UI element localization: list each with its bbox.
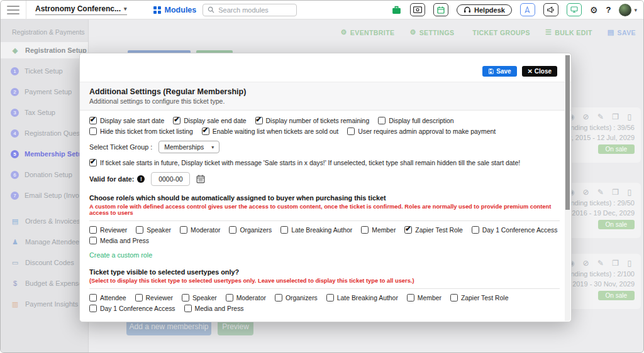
modal-scrollbar-thumb[interactable] xyxy=(565,55,570,210)
account-menu[interactable]: ▾ xyxy=(619,4,637,16)
sidebar-item[interactable]: 4 Registration Questi xyxy=(1,125,88,141)
usertype-checkbox-option[interactable]: Late Breaking Author xyxy=(326,294,398,301)
helpdesk-button[interactable]: Helpdesk xyxy=(457,4,512,16)
usertype-checkbox-option[interactable]: Speaker xyxy=(182,294,217,301)
checkbox-option[interactable]: Hide this ticket from ticket listing xyxy=(89,128,193,135)
sidebar-item-icon: ♟ xyxy=(11,238,19,246)
checkbox xyxy=(202,128,209,135)
checkbox-option[interactable]: Enable waiting list when tickets are sol… xyxy=(202,128,338,135)
gear-icon[interactable]: ⚙ xyxy=(590,5,598,15)
checkbox xyxy=(404,226,412,234)
usertype-checkbox-option[interactable]: Zapier Test Role xyxy=(450,294,508,301)
send-icon[interactable] xyxy=(520,3,535,16)
step-number-badge: 4 xyxy=(11,129,19,138)
usertype-checkbox-option[interactable]: Member xyxy=(407,294,441,301)
checkbox-label: Late Breaking Author xyxy=(337,295,398,301)
toolbar-button[interactable]: ⚙ EVENTBRITE xyxy=(341,28,395,36)
checkbox xyxy=(275,294,282,301)
step-number-badge: 5 xyxy=(11,150,19,158)
modal-save-button[interactable]: Save xyxy=(482,66,516,77)
role-checkbox-option[interactable]: Media and Press xyxy=(89,237,149,244)
checkbox-label: Media and Press xyxy=(100,237,149,244)
sidebar-item[interactable]: 3 Tax Setup xyxy=(1,104,88,121)
info-icon[interactable]: ! xyxy=(137,175,145,183)
role-checkbox-option[interactable]: Organizers xyxy=(229,226,272,234)
sidebar-item[interactable]: $ Budget & Expenses xyxy=(1,275,88,291)
usertype-checkbox-option[interactable]: Media and Press xyxy=(184,305,244,312)
checkbox-option[interactable]: Display full description xyxy=(378,117,453,124)
usertype-checkbox-option[interactable]: Day 1 Conference Access xyxy=(89,305,175,312)
modal-scrollbar[interactable] xyxy=(565,54,570,321)
usertype-checkbox-option[interactable]: Reviewer xyxy=(135,294,173,301)
top-navbar: Astronomy Conferenc... ▾ Modules Helpdes… xyxy=(1,1,643,19)
cash-icon[interactable] xyxy=(410,3,425,16)
sidebar-item[interactable]: ♟ Manage Attendees xyxy=(1,234,88,250)
briefcase-icon[interactable] xyxy=(391,4,402,15)
sidebar-item-registration-setup[interactable]: ◈ Registration Setup xyxy=(1,42,88,58)
modal-close-label: ✕ Close xyxy=(528,68,552,75)
checkbox-label: Reviewer xyxy=(100,227,127,234)
sidebar-item[interactable]: 7 Email Setup (Invoic xyxy=(1,187,88,204)
checkbox-label: Organizers xyxy=(286,295,318,301)
page-area: Registration & Payments ◈ Registration S… xyxy=(1,19,644,353)
sidebar-item[interactable]: 6 Donation Setup xyxy=(1,166,88,183)
create-custom-role-link[interactable]: Create a custom role xyxy=(89,251,152,259)
usertypes-note: (Select to display this ticket type to s… xyxy=(89,278,560,284)
calendar-icon[interactable] xyxy=(433,3,448,16)
usertype-checkbox-option[interactable]: Organizers xyxy=(275,294,318,301)
checkbox xyxy=(226,294,233,301)
role-checkbox-option[interactable]: Speaker xyxy=(136,226,171,234)
checkbox-option[interactable]: Display sale end date xyxy=(173,117,246,124)
role-checkbox-option[interactable]: Late Breaking Author xyxy=(280,226,352,234)
future-sale-checkbox-option[interactable]: If ticket sale starts in future, Display… xyxy=(89,159,520,166)
role-checkbox-option[interactable]: Reviewer xyxy=(89,226,127,234)
role-checkbox-option[interactable]: Day 1 Conference Access xyxy=(472,226,558,234)
sidebar-item[interactable]: ▭ Discount Codes xyxy=(1,254,88,271)
valid-for-date-input[interactable] xyxy=(151,172,190,186)
megaphone-icon[interactable] xyxy=(543,3,558,16)
role-checkbox-option[interactable]: Member xyxy=(361,226,396,234)
toolbar-button-label: SETTINGS xyxy=(419,29,455,36)
sidebar-item-label: Email Setup (Invoic xyxy=(25,192,84,199)
roles-heading: Choose role/s which should be automatica… xyxy=(89,194,560,202)
monitor-icon[interactable] xyxy=(567,3,582,16)
role-checkbox-option[interactable]: Moderator xyxy=(180,226,220,234)
checkbox-option[interactable]: Display number of tickets remaining xyxy=(255,117,370,124)
checkbox-option[interactable]: User requires admin approval to make pay… xyxy=(347,128,496,135)
usertype-checkbox-option[interactable]: Moderator xyxy=(226,294,266,301)
background-toolbar: ⚙ EVENTBRITE ⚙ SETTINGS TICKET GROUPS ☰ … xyxy=(95,28,636,36)
toolbar-button[interactable]: TICKET GROUPS xyxy=(469,29,530,36)
hamburger-menu-icon[interactable] xyxy=(7,6,19,14)
help-icon[interactable]: ? xyxy=(606,5,611,14)
modal-title: Additional Settings (Regular Membership) xyxy=(89,87,562,96)
sidebar-item[interactable]: 5 Membership Setup xyxy=(1,146,88,162)
checkbox-label: Member xyxy=(372,227,396,234)
checkbox xyxy=(89,294,97,301)
valid-for-date-row: Valid for date: ! xyxy=(89,172,560,186)
sidebar-item-icon: ▭ xyxy=(11,259,19,267)
sidebar-item[interactable]: ▥ Payment Insights xyxy=(1,296,88,312)
modules-button[interactable]: Modules xyxy=(153,6,197,14)
display-options-group: Display sale start date Display sale end… xyxy=(89,117,560,135)
checkbox-option[interactable]: Display sale start date xyxy=(89,117,164,124)
sidebar-item[interactable]: ▤ Orders & Invoices xyxy=(1,213,88,229)
checkbox-label: Display number of tickets remaining xyxy=(266,117,370,124)
sidebar-item[interactable]: 2 Payment Setup xyxy=(1,84,88,100)
event-selector[interactable]: Astronomy Conferenc... ▾ xyxy=(35,4,127,15)
sidebar-item[interactable]: 1 Ticket Setup xyxy=(1,63,88,79)
checkbox-label: User requires admin approval to make pay… xyxy=(358,128,496,135)
toolbar-button[interactable]: ▤ SAVE xyxy=(608,28,636,36)
role-checkbox-option[interactable]: Zapier Test Role xyxy=(404,226,462,234)
modal-close-button[interactable]: ✕ Close xyxy=(522,66,557,77)
checkbox-label: Day 1 Conference Access xyxy=(100,305,175,312)
checkbox xyxy=(180,226,187,234)
toolbar-button[interactable]: ⚙ SETTINGS xyxy=(409,28,454,36)
toolbar-button[interactable]: ☰ BULK EDIT xyxy=(545,28,592,36)
calendar-picker-icon[interactable] xyxy=(196,175,205,183)
tags-section: Ticket accessible to users with selected… xyxy=(89,320,560,322)
step-number-badge: 3 xyxy=(11,109,19,117)
ticket-group-row: Select Ticket Group : Memberships ▾ xyxy=(89,141,560,153)
search-input[interactable] xyxy=(218,6,287,14)
usertype-checkbox-option[interactable]: Attendee xyxy=(89,294,126,301)
ticket-group-select[interactable]: Memberships ▾ xyxy=(158,141,219,153)
